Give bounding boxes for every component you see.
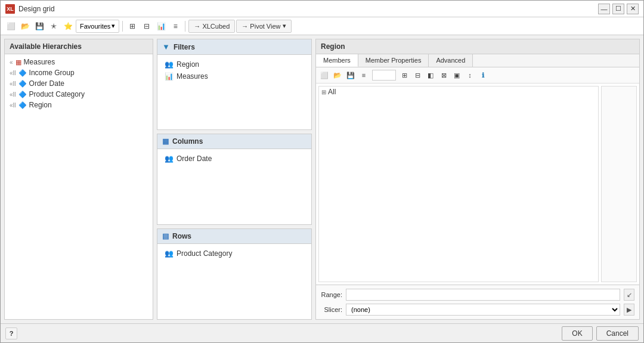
region-tb-table[interactable]: ≡	[358, 69, 370, 81]
members-selected-pane	[601, 86, 637, 282]
columns-header: ▦ Columns	[157, 134, 311, 149]
nav-xlcubed-label: → XLCubed	[194, 23, 230, 30]
filter-measures-label: Measures	[177, 72, 208, 81]
slicer-row: Slicer: (none) ▶	[321, 304, 634, 316]
hierarchy-item-order-date[interactable]: «Il 🔷 Order Date	[6, 78, 151, 89]
filter-item-measures[interactable]: 📊 Measures	[162, 70, 306, 82]
columns-zone: ▦ Columns 👥 Order Date	[157, 134, 312, 225]
rows-icon: ▤	[162, 232, 169, 240]
filters-label: Filters	[174, 43, 195, 51]
toolbar-btn-chart[interactable]: 📊	[154, 20, 168, 33]
hierarchy-label-region: Region	[29, 101, 52, 109]
slicer-go-btn[interactable]: ▶	[624, 304, 634, 316]
tab-members[interactable]: Members	[316, 54, 358, 67]
row-product-icon: 👥	[165, 249, 174, 258]
tab-advanced[interactable]: Advanced	[429, 54, 473, 67]
expand-measures: «	[10, 59, 13, 66]
region-tabs: Members Member Properties Advanced	[316, 54, 639, 67]
available-hierarchies-content: « ▦ Measures «Il 🔷 Income Group «Il 🔷 Or…	[5, 54, 153, 319]
slicer-select[interactable]: (none)	[346, 304, 620, 316]
region-tb-btn-e[interactable]: ▣	[451, 69, 463, 81]
title-controls: — ☐ ✕	[598, 4, 639, 14]
hierarchy-item-income-group[interactable]: «Il 🔷 Income Group	[6, 67, 151, 78]
region-bottom: Range: ↙ Slicer: (none) ▶	[316, 285, 639, 319]
favourites-chevron: ▾	[112, 22, 115, 30]
hierarchy-label-order-date: Order Date	[29, 79, 64, 88]
tree-item-all[interactable]: ⊞ All	[319, 86, 598, 97]
range-input[interactable]	[346, 289, 620, 301]
region-tb-btn-f[interactable]: ↕	[464, 69, 476, 81]
expand-region: «Il	[10, 102, 16, 109]
region-tb-btn-b[interactable]: ⊟	[411, 69, 423, 81]
toolbar-btn-save[interactable]: 💾	[33, 20, 46, 33]
favourites-label: Favourites	[80, 23, 110, 30]
col-order-date-icon: 👥	[165, 154, 174, 163]
filters-content: 👥 Region 📊 Measures	[157, 55, 311, 129]
close-button[interactable]: ✕	[627, 4, 639, 14]
tree-expand-all: ⊞	[321, 89, 326, 95]
nav-pivot-view[interactable]: → Pivot View ▾	[236, 20, 291, 33]
toolbar-btn-star2[interactable]: ⭐	[61, 20, 75, 33]
filters-header: ▼ Filters	[157, 39, 311, 55]
toolbar-separator-2	[185, 21, 185, 32]
region-tb-btn-d[interactable]: ⊠	[438, 69, 450, 81]
window-title: Design grid	[18, 5, 55, 13]
toolbar-btn-mode[interactable]: ⊞	[126, 20, 139, 33]
available-hierarchies-panel: Available Hierarchies « ▦ Measures «Il 🔷…	[4, 39, 153, 320]
toolbar-btn-folder[interactable]: 📂	[18, 20, 32, 33]
col-order-date-label: Order Date	[177, 154, 212, 163]
range-picker-btn[interactable]: ↙	[624, 289, 634, 301]
cancel-button[interactable]: Cancel	[596, 326, 639, 341]
help-button[interactable]: ?	[5, 327, 17, 339]
hierarchy-item-measures[interactable]: « ▦ Measures	[6, 57, 151, 67]
column-item-order-date[interactable]: 👥 Order Date	[162, 153, 306, 165]
region-tb-folder[interactable]: 📂	[332, 69, 343, 81]
nav-xlcubed[interactable]: → XLCubed	[188, 20, 235, 33]
range-row: Range: ↙	[321, 289, 634, 301]
title-bar: XL Design grid — ☐ ✕	[1, 1, 643, 17]
columns-icon: ▦	[162, 137, 169, 146]
maximize-button[interactable]: ☐	[612, 4, 624, 14]
filter-measures-icon: 📊	[165, 72, 174, 81]
filters-zone: ▼ Filters 👥 Region 📊 Measures	[157, 39, 312, 130]
toolbar-btn-1[interactable]: ⬜	[4, 20, 17, 33]
middle-panel: ▼ Filters 👥 Region 📊 Measures	[157, 39, 312, 320]
hierarchy-label-income-group: Income Group	[29, 69, 75, 77]
nav-pivot-chevron: ▾	[283, 22, 286, 30]
title-bar-left: XL Design grid	[5, 4, 55, 14]
columns-label: Columns	[172, 137, 203, 146]
nav-pivot-label: → Pivot View	[242, 23, 280, 30]
income-group-icon: 🔷	[18, 69, 27, 77]
toolbar-btn-star[interactable]: ✭	[47, 20, 60, 33]
filter-region-label: Region	[177, 60, 199, 69]
region-tb-input[interactable]	[372, 70, 396, 81]
region-tb-info[interactable]: ℹ	[477, 69, 489, 81]
app-icon: XL	[5, 4, 15, 14]
rows-zone: ▤ Rows 👥 Product Category	[157, 228, 312, 320]
region-tb-btn-a[interactable]: ⊞	[398, 69, 410, 81]
region-tb-btn-c[interactable]: ◧	[425, 69, 436, 81]
hierarchy-item-region[interactable]: «Il 🔷 Region	[6, 100, 151, 110]
tab-member-properties[interactable]: Member Properties	[358, 54, 429, 67]
region-tb-save[interactable]: 💾	[345, 69, 357, 81]
toolbar-btn-bar[interactable]: ≡	[169, 20, 182, 33]
toolbar-btn-grid[interactable]: ⊟	[140, 20, 153, 33]
region-tb-new[interactable]: ⬜	[318, 69, 330, 81]
region-hier-icon: 🔷	[18, 101, 27, 109]
main-toolbar: ⬜ 📂 💾 ✭ ⭐ Favourites ▾ ⊞ ⊟ 📊 ≡ → XLCubed…	[1, 17, 643, 35]
hierarchy-label-measures: Measures	[24, 58, 55, 66]
minimize-button[interactable]: —	[598, 4, 610, 14]
available-hierarchies-header: Available Hierarchies	[5, 39, 153, 54]
expand-product-category: «Il	[10, 91, 16, 98]
rows-content: 👥 Product Category	[157, 244, 311, 319]
members-tree: ⊞ All	[318, 86, 599, 282]
slicer-label: Slicer:	[321, 306, 342, 313]
ok-button[interactable]: OK	[562, 326, 592, 341]
favourites-dropdown[interactable]: Favourites ▾	[76, 20, 119, 33]
filter-item-region[interactable]: 👥 Region	[162, 58, 306, 70]
row-item-product-category[interactable]: 👥 Product Category	[162, 248, 306, 259]
hierarchy-item-product-category[interactable]: «Il 🔷 Product Category	[6, 89, 151, 100]
filter-icon: ▼	[162, 42, 170, 51]
columns-content: 👥 Order Date	[157, 149, 311, 224]
region-members-content: ⊞ All	[316, 84, 639, 285]
